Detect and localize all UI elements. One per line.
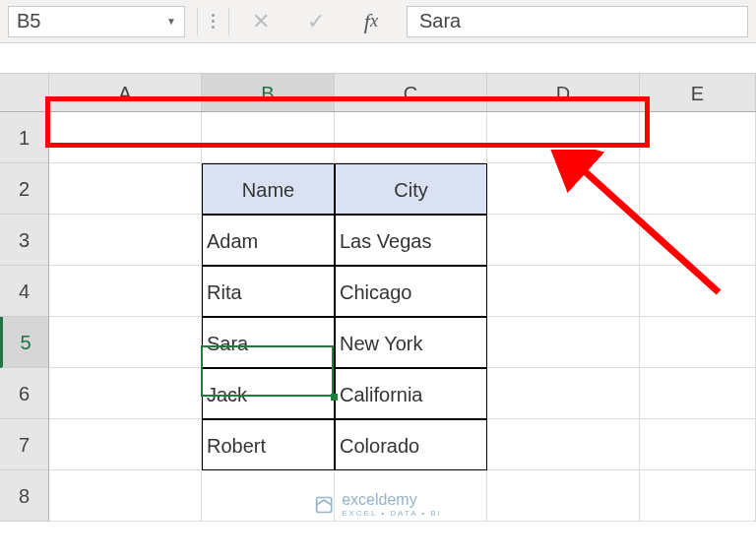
row-header-6[interactable]: 6	[0, 368, 49, 419]
cell-D8[interactable]	[487, 470, 640, 522]
cell-B4[interactable]: Rita	[202, 266, 335, 317]
formula-bar: B5 ▼ ✕ ✓ fx Sara	[0, 0, 756, 43]
cell-C7[interactable]: Colorado	[335, 419, 487, 470]
cell-E2[interactable]	[640, 163, 756, 215]
cell-A7[interactable]	[49, 419, 202, 470]
row: 2NameCity	[0, 163, 756, 215]
row-header-2[interactable]: 2	[0, 163, 49, 215]
row: 4RitaChicago	[0, 266, 756, 317]
dropdown-icon[interactable]: ▼	[166, 16, 176, 27]
column-header-B[interactable]: B	[202, 74, 335, 111]
cancel-icon[interactable]: ✕	[233, 2, 288, 41]
cell-A3[interactable]	[49, 215, 202, 266]
cell-D1[interactable]	[487, 112, 640, 163]
row: 1	[0, 112, 756, 163]
cell-E7[interactable]	[640, 419, 756, 470]
row: 7RobertColorado	[0, 419, 756, 470]
cell-A1[interactable]	[49, 112, 202, 163]
cell-C2[interactable]: City	[335, 163, 487, 215]
cell-E3[interactable]	[640, 215, 756, 266]
name-box[interactable]: B5 ▼	[8, 6, 185, 37]
cell-C3[interactable]: Las Vegas	[335, 215, 487, 266]
cell-E5[interactable]	[640, 317, 756, 368]
watermark: exceldemy EXCEL • DATA • BI	[314, 491, 442, 518]
cell-D3[interactable]	[487, 215, 640, 266]
select-all-corner[interactable]	[0, 74, 49, 111]
cell-E1[interactable]	[640, 112, 756, 163]
row-header-3[interactable]: 3	[0, 215, 49, 266]
cell-C1[interactable]	[335, 112, 487, 163]
formula-value: Sara	[419, 10, 461, 32]
name-box-value: B5	[17, 10, 40, 32]
cell-A6[interactable]	[49, 368, 202, 419]
row: 6JackCalifornia	[0, 368, 756, 419]
cell-E8[interactable]	[640, 470, 756, 522]
logo-icon	[314, 495, 334, 515]
drag-handle-icon[interactable]	[212, 14, 215, 29]
accept-icon[interactable]: ✓	[288, 2, 344, 41]
column-header-D[interactable]: D	[487, 74, 640, 111]
row-header-7[interactable]: 7	[0, 419, 49, 470]
cell-D2[interactable]	[487, 163, 640, 215]
separator	[228, 8, 229, 35]
column-header-row: ABCDE	[0, 73, 756, 112]
row: 5SaraNew York	[0, 317, 756, 368]
row: 3AdamLas Vegas	[0, 215, 756, 266]
row-header-4[interactable]: 4	[0, 266, 49, 317]
row-header-5[interactable]: 5	[0, 317, 49, 368]
cell-B3[interactable]: Adam	[202, 215, 335, 266]
cell-E4[interactable]	[640, 266, 756, 317]
column-header-A[interactable]: A	[49, 74, 202, 111]
cell-D6[interactable]	[487, 368, 640, 419]
cell-D7[interactable]	[487, 419, 640, 470]
cell-A8[interactable]	[49, 470, 202, 522]
cell-A5[interactable]	[49, 317, 202, 368]
cell-B7[interactable]: Robert	[202, 419, 335, 470]
cell-B1[interactable]	[202, 112, 335, 163]
cell-D5[interactable]	[487, 317, 640, 368]
cell-C6[interactable]: California	[335, 368, 487, 419]
cell-C4[interactable]: Chicago	[335, 266, 487, 317]
watermark-tag: EXCEL • DATA • BI	[342, 509, 442, 518]
formula-input[interactable]: Sara	[407, 6, 748, 37]
cell-D4[interactable]	[487, 266, 640, 317]
cell-E6[interactable]	[640, 368, 756, 419]
cell-C5[interactable]: New York	[335, 317, 487, 368]
watermark-brand: exceldemy	[342, 491, 442, 509]
cell-B2[interactable]: Name	[202, 163, 335, 215]
row-header-1[interactable]: 1	[0, 112, 49, 163]
separator	[197, 8, 198, 35]
column-header-E[interactable]: E	[640, 74, 756, 111]
spreadsheet-grid: ABCDE 12NameCity3AdamLas Vegas4RitaChica…	[0, 73, 756, 522]
cell-A4[interactable]	[49, 266, 202, 317]
column-header-C[interactable]: C	[335, 74, 487, 111]
fill-handle[interactable]	[331, 394, 338, 401]
row-header-8[interactable]: 8	[0, 470, 49, 522]
fx-icon[interactable]: fx	[344, 2, 399, 41]
cell-B5[interactable]: Sara	[202, 317, 335, 368]
cell-B6[interactable]: Jack	[202, 368, 335, 419]
cell-A2[interactable]	[49, 163, 202, 215]
